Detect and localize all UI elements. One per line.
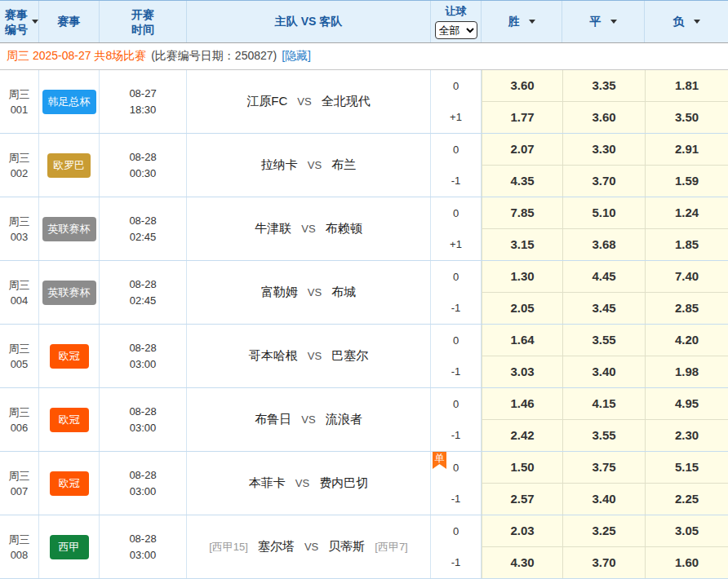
away-team: 布城 — [331, 285, 356, 300]
odds-win-top[interactable]: 2.03 — [482, 515, 562, 547]
odds-win-bottom[interactable]: 3.03 — [482, 356, 562, 388]
vs-label: VS — [301, 223, 315, 235]
teams-cell: 布鲁日 VS 流浪者 — [187, 388, 431, 451]
league-cell: 欧冠 — [39, 325, 100, 387]
odds-lose-bottom[interactable]: 1.85 — [645, 229, 728, 261]
odds-draw-bottom[interactable]: 3.70 — [562, 547, 645, 579]
odds-lose-bottom[interactable]: 2.25 — [645, 484, 728, 515]
odds-win-bottom[interactable]: 2.05 — [482, 293, 562, 325]
vs-label: VS — [295, 477, 309, 489]
odds-draw-top[interactable]: 5.10 — [562, 197, 645, 229]
odds-lose-top[interactable]: 1.81 — [645, 70, 728, 102]
teams-cell: 牛津联 VS 布赖顿 — [187, 197, 431, 260]
odds-lose-top[interactable]: 4.95 — [645, 388, 728, 420]
match-row: 周三 008 西甲 08-28 03:00 [西甲15] 塞尔塔 VS 贝蒂斯 … — [0, 515, 728, 579]
odds-lose-bottom[interactable]: 2.30 — [645, 420, 728, 452]
odds-lose-bottom[interactable]: 2.85 — [645, 293, 728, 325]
odds-win-bottom[interactable]: 1.77 — [482, 102, 562, 134]
odds-win-top[interactable]: 2.07 — [482, 134, 562, 166]
odds-win-top[interactable]: 3.60 — [482, 70, 562, 102]
league-badge: 韩足总杯 — [42, 90, 96, 114]
match-day: 周三 — [9, 532, 30, 547]
odds-draw-bottom[interactable]: 3.68 — [562, 229, 645, 261]
match-number-header-line1: 赛事 — [5, 7, 28, 22]
odds-win-top[interactable]: 1.64 — [482, 325, 562, 356]
odds-draw-top[interactable]: 3.55 — [562, 325, 645, 356]
teams-cell: 本菲卡 VS 费内巴切 — [187, 452, 431, 515]
lose-header-label: 负 — [673, 15, 685, 29]
dropdown-arrow-icon — [529, 20, 535, 24]
odds-win-bottom[interactable]: 2.42 — [482, 420, 562, 452]
match-number-cell: 周三 007 — [0, 452, 39, 515]
match-number-cell: 周三 003 — [0, 197, 39, 260]
column-header-match-number[interactable]: 赛事 编号 — [0, 1, 39, 42]
match-row: 周三 007 欧冠 08-28 03:00 本菲卡 VS 费内巴切 单 0 -1 — [0, 452, 728, 515]
column-header-teams: 主队 VS 客队 — [187, 1, 431, 42]
match-row: 周三 005 欧冠 08-28 03:00 哥本哈根 VS 巴塞尔 0 -1 — [0, 325, 728, 388]
odds-lose-top[interactable]: 7.40 — [645, 261, 728, 293]
odds-lose-top[interactable]: 4.20 — [645, 325, 728, 356]
sort-arrow-icon — [32, 20, 38, 24]
odds-draw-bottom[interactable]: 3.70 — [562, 166, 645, 197]
odds-win-top[interactable]: 1.46 — [482, 388, 562, 420]
match-number: 001 — [11, 102, 29, 117]
odds-win-top[interactable]: 1.30 — [482, 261, 562, 293]
column-header-draw[interactable]: 平 — [562, 1, 645, 42]
odds-lose-top[interactable]: 3.05 — [645, 515, 728, 547]
odds-draw-bottom[interactable]: 3.60 — [562, 102, 645, 134]
odds-draw-top[interactable]: 3.30 — [562, 134, 645, 166]
match-date: 08-28 — [129, 213, 156, 229]
handicap-filter-select[interactable]: 全部 — [435, 21, 477, 39]
odds-lose-bottom[interactable]: 3.50 — [645, 102, 728, 134]
odds-draw-bottom[interactable]: 3.55 — [562, 420, 645, 452]
away-team: 流浪者 — [326, 412, 362, 427]
odds-draw-top[interactable]: 3.25 — [562, 515, 645, 547]
odds-lose-top[interactable]: 2.91 — [645, 134, 728, 166]
column-header-lose[interactable]: 负 — [645, 1, 728, 42]
single-bet-tag: 单 — [433, 452, 446, 469]
home-team: 塞尔塔 — [258, 539, 295, 555]
odds-win-bottom[interactable]: 4.30 — [482, 547, 562, 579]
handicap-cell: 0 +1 — [431, 197, 482, 260]
match-time: 18:30 — [130, 102, 157, 118]
odds-win-bottom[interactable]: 2.57 — [482, 484, 562, 515]
odds-draw-top[interactable]: 4.45 — [562, 261, 645, 293]
odds-lose-bottom[interactable]: 1.59 — [645, 166, 728, 197]
odds-win-top[interactable]: 7.85 — [482, 197, 562, 229]
lose-odds-column: 1.81 3.50 — [645, 70, 728, 133]
league-badge: 欧冠 — [50, 471, 89, 496]
odds-draw-top[interactable]: 3.35 — [562, 70, 645, 102]
odds-win-bottom[interactable]: 4.35 — [482, 166, 562, 197]
column-header-win[interactable]: 胜 — [482, 1, 562, 42]
odds-draw-top[interactable]: 3.75 — [562, 452, 645, 484]
match-number: 005 — [11, 356, 29, 372]
win-odds-column: 1.46 2.42 — [482, 388, 562, 451]
draw-odds-column: 3.55 3.40 — [562, 325, 645, 387]
odds-win-bottom[interactable]: 3.15 — [482, 229, 562, 261]
odds-lose-bottom[interactable]: 1.98 — [645, 356, 728, 388]
league-badge: 欧冠 — [50, 344, 89, 369]
win-odds-column: 1.50 2.57 — [482, 452, 562, 515]
handicap-value-bottom: -1 — [451, 556, 461, 568]
match-date: 08-27 — [129, 86, 156, 102]
league-badge: 欧罗巴 — [47, 153, 91, 178]
league-cell: 欧罗巴 — [39, 134, 100, 197]
draw-odds-column: 3.75 3.40 — [562, 452, 645, 515]
odds-draw-bottom[interactable]: 3.40 — [562, 356, 645, 388]
draw-odds-column: 3.30 3.70 — [562, 134, 645, 197]
handicap-cell: 单 0 -1 — [431, 452, 482, 515]
odds-win-top[interactable]: 1.50 — [482, 452, 562, 484]
hide-link[interactable]: [隐藏] — [282, 49, 311, 64]
table-header: 赛事 编号 赛事 开赛 时间 主队 VS 客队 让球 全部 胜 — [0, 1, 728, 43]
time-cell: 08-28 03:00 — [100, 325, 187, 387]
league-cell: 欧冠 — [39, 452, 100, 515]
odds-lose-top[interactable]: 1.24 — [645, 197, 728, 229]
league-cell: 西甲 — [39, 515, 100, 578]
match-day: 周三 — [9, 404, 30, 420]
odds-draw-top[interactable]: 4.15 — [562, 388, 645, 420]
odds-lose-top[interactable]: 5.15 — [645, 452, 728, 484]
lose-odds-column: 4.95 2.30 — [645, 388, 728, 451]
odds-lose-bottom[interactable]: 1.60 — [645, 547, 728, 579]
odds-draw-bottom[interactable]: 3.45 — [562, 293, 645, 325]
odds-draw-bottom[interactable]: 3.40 — [562, 484, 645, 515]
